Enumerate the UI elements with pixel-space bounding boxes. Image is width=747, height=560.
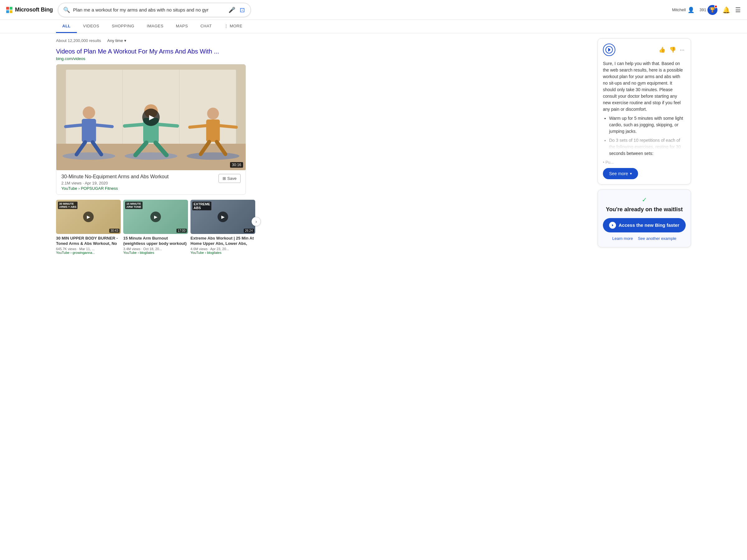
- svg-line-12: [66, 125, 82, 127]
- save-plus-icon: ⊞: [223, 176, 226, 181]
- small-play-button-1[interactable]: ▶: [83, 212, 94, 222]
- access-btn-label: Access the new Bing faster: [618, 222, 679, 228]
- svg-line-26: [201, 142, 209, 154]
- save-button[interactable]: ⊞ Save: [218, 174, 240, 183]
- small-video-source-1[interactable]: YouTube › growinganna...: [56, 251, 121, 255]
- video-title: 30-Minute No-Equipment Arms and Abs Work…: [61, 174, 169, 180]
- user-icon: 👤: [688, 6, 694, 14]
- mic-button[interactable]: 🎤: [228, 6, 236, 14]
- see-more-button[interactable]: See more ▾: [603, 168, 638, 179]
- video-badge-1: 30 MINUTEARMS + ABS: [58, 202, 77, 209]
- svg-rect-11: [82, 119, 96, 142]
- small-video-views-1: 645.7K views · Mar 11, ...: [56, 247, 121, 251]
- search-icon: 🔍: [63, 6, 70, 14]
- nav-item-maps[interactable]: MAPS: [170, 20, 194, 33]
- list-item: EXTREMEABS ▶ 26:24 Extreme Abs Workout |…: [190, 200, 255, 255]
- video-section-heading[interactable]: Videos of Plan Me A Workout For My Arms …: [56, 48, 585, 55]
- small-play-button-2[interactable]: ▶: [150, 212, 161, 222]
- small-video-source-2[interactable]: YouTube › blogilates: [123, 251, 188, 255]
- access-bing-button[interactable]: Access the new Bing faster: [603, 218, 686, 232]
- results-count: About 12,200,000 results: [56, 38, 101, 43]
- list-item: 15 MINUTEARM TONE ▶ 17:00 15 Minute Arm …: [123, 200, 188, 255]
- video-badge-2: 15 MINUTEARM TONE: [125, 202, 143, 209]
- chat-bullet-2: Do 3 sets of 10 repetitions of each of t…: [609, 137, 686, 157]
- search-input[interactable]: [73, 7, 225, 12]
- main-video-image: ▶: [56, 64, 246, 170]
- trophy-icon: 🏆: [707, 5, 717, 15]
- user-name: Mitchell: [672, 7, 686, 12]
- video-meta: 30-Minute No-Equipment Arms and Abs Work…: [56, 170, 246, 194]
- camera-button[interactable]: ⊡: [239, 6, 246, 14]
- see-example-link[interactable]: See another example: [638, 236, 676, 241]
- bell-button[interactable]: 🔔: [722, 6, 730, 14]
- svg-line-27: [216, 142, 225, 154]
- chat-body-text: Sure, I can help you with that. Based on…: [603, 60, 686, 113]
- more-options-button[interactable]: ···: [678, 45, 686, 54]
- nav-item-videos[interactable]: VIDEOS: [77, 20, 105, 33]
- thumbs-up-button[interactable]: 👍: [658, 45, 667, 54]
- chat-bullet-list: Warm up for 5 minutes with some light ca…: [609, 115, 686, 157]
- bing-b-icon: [609, 222, 616, 229]
- video-source[interactable]: YouTube › POPSUGAR Fitness: [61, 186, 169, 191]
- play-button[interactable]: ▶: [142, 109, 160, 126]
- svg-line-19: [159, 125, 177, 126]
- svg-line-18: [125, 125, 143, 126]
- video-badge-3: EXTREMEABS: [192, 202, 211, 210]
- search-bar: 🔍 🎤 ⊡: [58, 3, 251, 17]
- bing-chat-icon: [603, 44, 615, 56]
- learn-more-link[interactable]: Learn more: [612, 236, 633, 241]
- waitlist-links: Learn more See another example: [603, 236, 686, 241]
- svg-line-13: [96, 125, 112, 127]
- svg-point-10: [83, 106, 95, 119]
- logo-area: Microsoft Bing: [6, 6, 53, 13]
- chevron-down-icon: ▾: [124, 38, 126, 43]
- svg-point-7: [62, 153, 115, 160]
- svg-point-22: [207, 108, 219, 119]
- small-duration-1: 30:43: [109, 229, 120, 233]
- small-video-title-3: Extreme Abs Workout | 25 Min At Home Upp…: [190, 236, 255, 246]
- header-right: Mitchell 👤 391 🏆 🔔 ☰: [672, 5, 741, 15]
- main-content: About 12,200,000 results Any time ▾ Vide…: [0, 33, 747, 260]
- video-info: 30-Minute No-Equipment Arms and Abs Work…: [61, 174, 169, 191]
- svg-line-25: [220, 126, 236, 127]
- main-video-card: ▶ 30:16 30-Minute No-Equipment Arms and …: [56, 64, 246, 195]
- logo-blue: [6, 10, 9, 13]
- thumbs-down-button[interactable]: 👎: [668, 45, 677, 54]
- right-panel: 👍 👎 ··· Sure, I can help you with that. …: [598, 38, 691, 255]
- svg-line-24: [190, 126, 206, 127]
- small-video-views-2: 3.4M views · Oct 18, 20...: [123, 247, 188, 251]
- small-video-thumbnail-2[interactable]: 15 MINUTEARM TONE ▶ 17:00: [123, 200, 188, 234]
- small-video-views-3: 4.6M views · Apr 23, 20...: [190, 247, 255, 251]
- small-duration-2: 17:00: [177, 229, 187, 233]
- waitlist-title: You're already on the waitlist: [603, 206, 686, 213]
- left-panel: About 12,200,000 results Any time ▾ Vide…: [56, 38, 585, 255]
- small-video-source-3[interactable]: YouTube › blogilates: [190, 251, 255, 255]
- chat-bullet-1: Warm up for 5 minutes with some light ca…: [609, 115, 686, 135]
- carousel-next-button[interactable]: ›: [252, 217, 261, 226]
- nav-item-more[interactable]: ⋮ MORE: [218, 20, 249, 33]
- video-source-link[interactable]: bing.com/videos: [56, 56, 585, 61]
- notification-dot: [714, 5, 717, 8]
- see-more-label: See more: [609, 171, 628, 176]
- svg-point-9: [187, 153, 239, 160]
- bing-chat-card: 👍 👎 ··· Sure, I can help you with that. …: [598, 38, 691, 185]
- small-video-thumbnail-3[interactable]: EXTREMEABS ▶ 26:24: [190, 200, 255, 234]
- nav-item-all[interactable]: ALL: [56, 20, 77, 33]
- nav-item-shopping[interactable]: SHOPPING: [105, 20, 141, 33]
- nav-item-images[interactable]: IMAGES: [141, 20, 170, 33]
- results-info: About 12,200,000 results Any time ▾: [56, 38, 585, 43]
- svg-point-8: [125, 153, 177, 160]
- points-badge: 391 🏆: [699, 5, 717, 15]
- small-video-thumbnail-1[interactable]: 30 MINUTEARMS + ABS ▶ 30:43: [56, 200, 121, 234]
- logo-yellow: [10, 10, 12, 13]
- user-info: Mitchell 👤: [672, 6, 694, 14]
- small-play-button-3[interactable]: ▶: [217, 212, 228, 222]
- hamburger-menu-button[interactable]: ☰: [735, 6, 741, 14]
- points-value: 391: [699, 7, 706, 12]
- logo-green: [10, 7, 12, 10]
- waitlist-card: ✓ You're already on the waitlist Access …: [598, 189, 691, 247]
- nav-item-chat[interactable]: CHAT: [194, 20, 218, 33]
- main-video-thumbnail[interactable]: ▶ 30:16: [56, 64, 246, 170]
- chat-content-fade: Sure, I can help you with that. Based on…: [603, 60, 686, 165]
- time-filter[interactable]: Any time ▾: [107, 38, 127, 43]
